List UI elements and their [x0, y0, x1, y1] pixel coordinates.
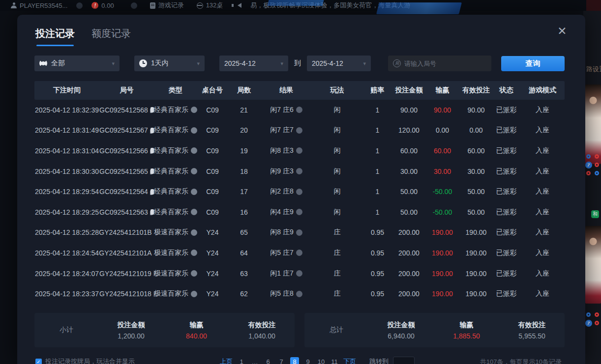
column-header: 输赢: [425, 81, 460, 100]
cell-result: 闲2 庄8: [260, 181, 312, 202]
prev-page-button[interactable]: 上页: [220, 357, 233, 364]
copy-icon[interactable]: [150, 148, 154, 153]
table-row: 2025-04-12 18:24:54GY2425412101A极速百家乐Y24…: [34, 243, 565, 263]
page-button-6[interactable]: 6: [264, 357, 272, 364]
query-button[interactable]: 查询: [501, 56, 565, 71]
table-row: 2025-04-12 18:29:25GC0925412563经典百家乐C091…: [34, 202, 565, 223]
game-type-icon: [191, 189, 197, 195]
cell-bet-time: 2025-04-12 18:29:25: [34, 202, 99, 223]
date-to-label: 到: [294, 59, 301, 68]
time-range-select[interactable]: 1天内 ▾: [134, 56, 205, 71]
cell-game-no: GC0925412567: [99, 120, 154, 141]
next-page-button[interactable]: 下页: [343, 357, 356, 364]
cell-valid-bet: 0.00: [460, 120, 492, 141]
subtotal-win-loss: 输赢 840.00: [164, 321, 229, 340]
copy-icon[interactable]: [150, 107, 154, 112]
cell-table-no: C09: [197, 161, 228, 182]
shield-icon[interactable]: [76, 2, 83, 9]
promo-logo-fragment: [268, 0, 324, 6]
cell-valid-bet: 90.00: [460, 100, 492, 120]
date-from-select[interactable]: 2025-4-12 ▾: [219, 56, 288, 71]
cell-round-no: 21: [228, 100, 260, 120]
table-row: 2025-04-12 18:24:07GY24254121019极速百家乐Y24…: [34, 263, 565, 284]
game-type-icon: [191, 209, 197, 215]
result-detail-icon[interactable]: [296, 127, 302, 134]
result-detail-icon[interactable]: [296, 291, 302, 297]
cell-win-loss: 0.00: [425, 120, 460, 141]
road-dot-blue: [586, 154, 591, 159]
table-count[interactable]: 132桌: [197, 1, 223, 10]
game-type-icon: [191, 270, 197, 277]
result-detail-icon[interactable]: [296, 209, 302, 215]
result-detail-icon[interactable]: [296, 168, 302, 174]
total-label: 总计: [304, 326, 368, 335]
column-header: 投注金额: [393, 81, 425, 100]
cell-play: 闲: [312, 161, 362, 182]
game-type-icon: [191, 168, 197, 174]
cell-round-no: 16: [228, 202, 260, 223]
cell-odds: 1: [362, 161, 393, 182]
result-detail-icon[interactable]: [296, 229, 302, 236]
cell-table-no: C09: [197, 100, 228, 120]
page-button-10[interactable]: 10: [317, 357, 326, 364]
merge-display-checkbox[interactable]: ✓ 投注记录按牌局，玩法合并显示: [35, 357, 135, 364]
refresh-icon[interactable]: [131, 2, 137, 9]
cell-game-mode: 入座: [520, 263, 565, 284]
cell-game-mode: 入座: [520, 202, 565, 223]
bet-type-select[interactable]: 全部 ▾: [34, 56, 120, 71]
copy-icon[interactable]: [150, 209, 154, 215]
cell-win-loss: -50.00: [425, 181, 460, 202]
tab-betting-records[interactable]: 投注记录: [35, 27, 75, 46]
tab-quota-records[interactable]: 额度记录: [91, 27, 131, 46]
cell-win-loss: 190.00: [425, 223, 460, 243]
cell-bet-amount: 200.00: [393, 263, 425, 284]
cell-status: 已派彩: [492, 120, 520, 141]
copy-icon[interactable]: [150, 128, 154, 133]
result-detail-icon[interactable]: [296, 107, 302, 113]
result-detail-icon[interactable]: [296, 250, 302, 256]
dealer-video-thumbnail[interactable]: [585, 226, 601, 304]
player-account[interactable]: PLAYER53545...: [11, 2, 67, 9]
cell-odds: 1: [362, 100, 393, 120]
result-detail-icon[interactable]: [296, 270, 302, 277]
cell-game-type: 经典百家乐: [154, 181, 197, 202]
cell-odds: 1: [362, 120, 393, 141]
game-type-icon: [191, 291, 197, 297]
cell-bet-time: 2025-04-12 18:24:54: [34, 243, 99, 263]
road-dot-blue: [586, 312, 591, 317]
cell-table-no: C09: [197, 181, 228, 202]
table-row: 2025-04-12 18:31:04GC0925412566经典百家乐C091…: [34, 140, 565, 161]
game-no-input[interactable]: [404, 60, 478, 67]
cell-round-no: 17: [228, 181, 260, 202]
road-dot-red: [586, 171, 591, 175]
page-button-11[interactable]: 11: [330, 357, 339, 364]
cell-status: 已派彩: [492, 223, 520, 243]
page-button-1[interactable]: 1: [237, 357, 246, 364]
result-detail-icon[interactable]: [296, 147, 302, 154]
roadmap-cluster: 7: [584, 310, 601, 327]
cell-result: 闲7 庄6: [260, 100, 312, 120]
column-header: 有效投注: [460, 81, 492, 100]
close-icon[interactable]: ✕: [556, 25, 569, 37]
page-button-8[interactable]: 8: [290, 357, 299, 364]
column-header: 玩法: [312, 81, 362, 100]
date-to-select[interactable]: 2025-4-12 ▾: [307, 56, 371, 71]
copy-icon[interactable]: [150, 168, 154, 174]
game-type-icon: [191, 107, 197, 113]
cell-result: 闲5 庄8: [260, 283, 312, 304]
jump-page-input[interactable]: [393, 357, 415, 364]
cell-win-loss: 60.00: [425, 140, 460, 161]
cell-odds: 0.95: [362, 263, 393, 284]
copy-icon[interactable]: [150, 189, 154, 195]
result-detail-icon[interactable]: [296, 189, 302, 195]
page-button-7[interactable]: 7: [277, 357, 286, 364]
page-button-9[interactable]: 9: [303, 357, 312, 364]
summary-row: 小计 投注金额 1,200.00 输赢 840.00 有效投注 1,040.00…: [34, 313, 565, 347]
cell-game-type: 经典百家乐: [154, 202, 197, 223]
game-record-menu[interactable]: 游戏记录: [150, 1, 184, 10]
tab-label: 额度记录: [91, 27, 131, 40]
cell-win-loss: -50.00: [425, 202, 460, 223]
road-dot-red: [595, 312, 599, 317]
cell-bet-time: 2025-04-12 18:25:28: [34, 223, 99, 243]
balance-display[interactable]: ! 0.00: [91, 2, 114, 9]
